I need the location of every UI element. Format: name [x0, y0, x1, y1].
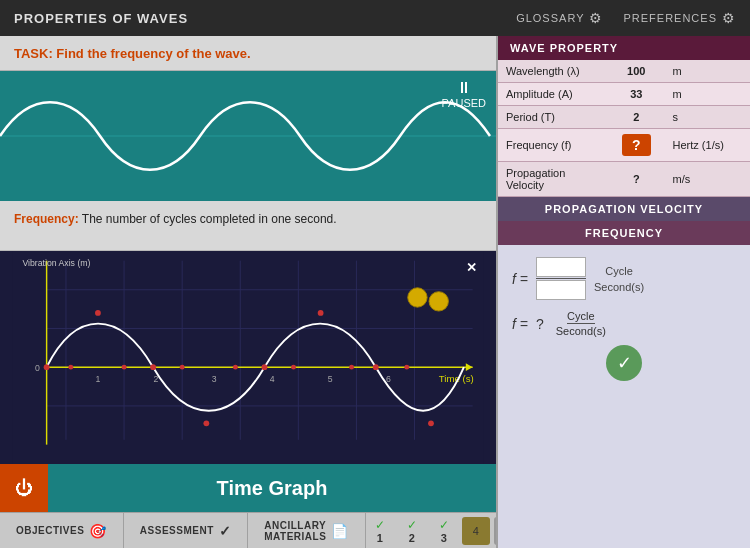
period-name: Period (T): [498, 106, 608, 129]
amplitude-value: 33: [608, 83, 665, 106]
submit-icon: ✓: [617, 352, 632, 374]
step-2-check: ✓: [407, 518, 417, 532]
formula-question: ?: [536, 316, 544, 332]
svg-point-39: [349, 365, 354, 370]
glossary-label: GLOSSARY: [516, 12, 584, 24]
property-row-amplitude: Amplitude (A) 33 m: [498, 83, 750, 106]
formula-area: f = Cycle Second(s) f = ? Cycle S: [498, 245, 750, 548]
svg-rect-2: [13, 251, 484, 464]
main-content: TASK: Find the frequency of the wave. ⏸ …: [0, 36, 750, 548]
preferences-button[interactable]: PREFERENCES ⚙: [623, 10, 736, 26]
wavelength-unit: m: [665, 60, 750, 83]
power-button[interactable]: ⏻: [0, 464, 48, 512]
wave-display: ⏸ PAUSED: [0, 71, 496, 201]
period-value: 2: [608, 106, 665, 129]
result-cycle-label: Cycle: [567, 310, 595, 324]
left-panel: TASK: Find the frequency of the wave. ⏸ …: [0, 36, 496, 548]
svg-point-35: [122, 365, 127, 370]
definition-body: The number of cycles completed in one se…: [82, 212, 337, 226]
propagation-value: ?: [608, 162, 665, 197]
step-2: ✓ 2: [398, 518, 426, 544]
step-4-num: 4: [473, 525, 479, 537]
assessment-label: ASSESSMENT: [140, 525, 214, 536]
svg-point-34: [68, 365, 73, 370]
svg-text:5: 5: [328, 374, 333, 384]
frequency-section-header: FREQUENCY: [498, 221, 750, 245]
svg-point-36: [180, 365, 185, 370]
fraction-line: [536, 278, 586, 279]
power-icon: ⏻: [15, 478, 33, 499]
svg-point-41: [408, 288, 427, 307]
svg-point-37: [233, 365, 238, 370]
formula-f-label: f =: [512, 271, 528, 287]
task-bar: TASK: Find the frequency of the wave.: [0, 36, 496, 71]
objectives-icon: 🎯: [89, 523, 107, 539]
step-3-num: 3: [441, 532, 447, 544]
formula-numerator-input[interactable]: [536, 257, 586, 277]
svg-point-26: [44, 364, 50, 370]
propagation-name: PropagationVelocity: [498, 162, 608, 197]
svg-point-33: [428, 420, 434, 426]
svg-point-30: [262, 364, 268, 370]
time-graph-area: Time (s) 0 1 2 3 4 5 6 Vibration Axis (m…: [0, 251, 496, 464]
formula-fraction-2: Cycle Second(s): [556, 310, 606, 337]
step-1-num: 1: [377, 532, 383, 544]
header-actions: GLOSSARY ⚙ PREFERENCES ⚙: [516, 10, 736, 26]
propagation-velocity-label: PROPAGATION VELOCITY: [545, 203, 703, 215]
svg-text:Vibration Axis (m): Vibration Axis (m): [22, 258, 90, 268]
submit-button[interactable]: ✓: [606, 345, 642, 381]
step-2-num: 2: [409, 532, 415, 544]
time-graph-label-area: Time Graph: [48, 464, 496, 512]
svg-text:0: 0: [35, 363, 40, 373]
formula-denominator-input[interactable]: [536, 280, 586, 300]
definition-area: Frequency: The number of cycles complete…: [0, 201, 496, 251]
wavelength-value: 100: [608, 60, 665, 83]
bottom-bar: ⏻ Time Graph: [0, 464, 496, 512]
property-row-propagation: PropagationVelocity ? m/s: [498, 162, 750, 197]
ancillary-button[interactable]: ANCILLARY MATERIALS 📄: [248, 513, 366, 548]
wavelength-name: Wavelength (λ): [498, 60, 608, 83]
preferences-label: PREFERENCES: [623, 12, 717, 24]
pause-icon: ⏸: [442, 79, 486, 97]
step-4-btn[interactable]: 4: [462, 517, 490, 545]
formula-result-label: f =: [512, 316, 528, 332]
footer-nav: OBJECTIVES 🎯 ASSESSMENT ✓ ANCILLARY MATE…: [0, 512, 496, 548]
definition-term: Frequency:: [14, 212, 79, 226]
seconds-label: Second(s): [594, 281, 644, 293]
svg-text:✕: ✕: [466, 261, 477, 275]
step-3: ✓ 3: [430, 518, 458, 544]
property-row-period: Period (T) 2 s: [498, 106, 750, 129]
formula-units: Cycle Second(s): [594, 265, 644, 293]
frequency-value: ?: [608, 129, 665, 162]
frequency-section-label: FREQUENCY: [585, 227, 663, 239]
step-1-check: ✓: [375, 518, 385, 532]
ancillary-label: ANCILLARY MATERIALS: [264, 520, 326, 542]
formula-row-2: f = ? Cycle Second(s): [512, 310, 736, 337]
app-header: PROPERTIES OF WAVES GLOSSARY ⚙ PREFERENC…: [0, 0, 750, 36]
property-row-frequency: Frequency (f) ? Hertz (1/s): [498, 129, 750, 162]
cycle-label: Cycle: [594, 265, 644, 277]
task-text: TASK: Find the frequency of the wave.: [14, 46, 251, 61]
assessment-button[interactable]: ASSESSMENT ✓: [124, 513, 248, 548]
svg-text:1: 1: [96, 374, 101, 384]
right-panel: WAVE PROPERTY Wavelength (λ) 100 m Ampli…: [496, 36, 750, 548]
app-title: PROPERTIES OF WAVES: [14, 11, 188, 26]
frequency-name: Frequency (f): [498, 129, 608, 162]
property-row-wavelength: Wavelength (λ) 100 m: [498, 60, 750, 83]
pause-indicator: ⏸ PAUSED: [442, 79, 486, 109]
svg-point-31: [318, 310, 324, 316]
objectives-button[interactable]: OBJECTIVES 🎯: [0, 513, 124, 548]
wave-property-header: WAVE PROPERTY: [498, 36, 750, 60]
result-seconds-label: Second(s): [556, 324, 606, 337]
step-4[interactable]: 4: [462, 517, 490, 545]
svg-point-27: [95, 310, 101, 316]
propagation-velocity-header: PROPAGATION VELOCITY: [498, 197, 750, 221]
step-3-check: ✓: [439, 518, 449, 532]
frequency-question: ?: [622, 134, 651, 156]
svg-point-28: [150, 364, 156, 370]
glossary-button[interactable]: GLOSSARY ⚙: [516, 10, 603, 26]
formula-row-1: f = Cycle Second(s): [512, 257, 736, 300]
step-1: ✓ 1: [366, 518, 394, 544]
period-unit: s: [665, 106, 750, 129]
preferences-icon: ⚙: [722, 10, 736, 26]
